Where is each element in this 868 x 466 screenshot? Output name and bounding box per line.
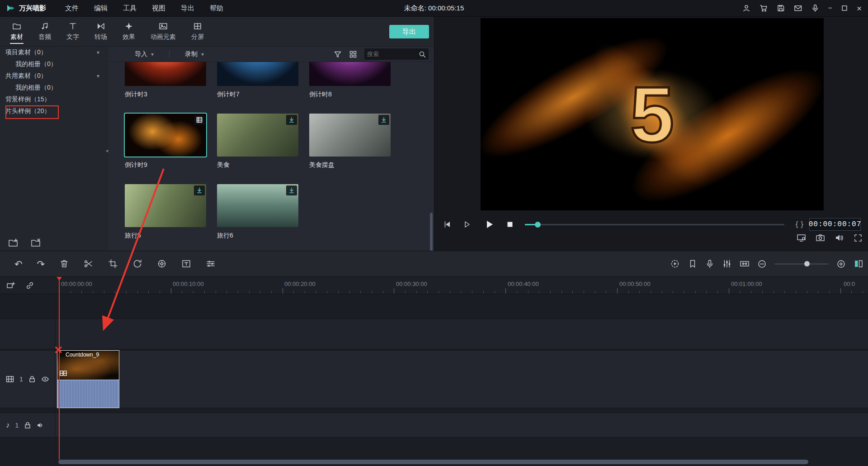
adjust-icon[interactable] bbox=[206, 259, 216, 269]
download-icon[interactable] bbox=[194, 185, 205, 195]
new-folder-icon[interactable] bbox=[8, 238, 19, 248]
add-track-icon[interactable] bbox=[6, 281, 15, 290]
clip-video-section[interactable]: Countdown_9 bbox=[57, 351, 119, 380]
track-manage-icon[interactable] bbox=[740, 259, 750, 268]
video-track[interactable] bbox=[0, 350, 868, 408]
lock-icon[interactable] bbox=[24, 422, 31, 429]
media-thumbnail[interactable] bbox=[309, 62, 391, 86]
sidebar-item-my-album-1[interactable]: 我的相册（0） bbox=[0, 58, 108, 70]
chevron-down-icon[interactable]: ▾ bbox=[97, 49, 99, 56]
maximize-button[interactable] bbox=[841, 5, 848, 11]
stop-button[interactable] bbox=[506, 220, 514, 228]
text-edit-icon[interactable] bbox=[181, 259, 191, 269]
tab-media[interactable]: 素材 bbox=[3, 17, 31, 46]
close-button[interactable]: × bbox=[857, 4, 862, 13]
tab-elements[interactable]: 动画元素 bbox=[143, 17, 184, 46]
render-preview-icon[interactable] bbox=[670, 259, 680, 269]
menu-export[interactable]: 导出 bbox=[181, 4, 194, 13]
speaker-icon[interactable] bbox=[37, 422, 44, 429]
save-icon[interactable] bbox=[777, 4, 785, 12]
playhead-handle[interactable] bbox=[57, 277, 62, 281]
media-item[interactable]: 倒计时8 bbox=[309, 62, 391, 104]
timeline-ruler[interactable]: 00:00:00:00 00:00:10:00 00:00:20:00 00:0… bbox=[55, 277, 868, 294]
play-button[interactable] bbox=[484, 219, 494, 229]
chevron-down-icon[interactable]: ▾ bbox=[97, 73, 99, 79]
color-correction-icon[interactable] bbox=[157, 259, 167, 269]
media-thumbnail[interactable] bbox=[217, 114, 298, 157]
zoom-slider-handle[interactable] bbox=[804, 261, 810, 266]
next-frame-button[interactable] bbox=[463, 220, 472, 229]
media-thumbnail[interactable] bbox=[125, 114, 206, 157]
previous-frame-button[interactable] bbox=[443, 220, 452, 229]
speed-icon[interactable] bbox=[132, 259, 142, 269]
media-item[interactable]: 倒计时7 bbox=[217, 62, 298, 104]
search-input[interactable] bbox=[367, 51, 419, 57]
redo-icon[interactable]: ↷ bbox=[37, 259, 45, 269]
menu-tools[interactable]: 工具 bbox=[123, 4, 137, 13]
mark-out-icon[interactable]: } bbox=[799, 220, 805, 229]
audio-track[interactable] bbox=[0, 413, 868, 437]
menu-view[interactable]: 视图 bbox=[152, 4, 165, 13]
snapshot-camera-icon[interactable] bbox=[816, 233, 825, 243]
media-thumbnail[interactable] bbox=[125, 184, 206, 227]
sidebar-item-background-samples[interactable]: 背景样例（15） bbox=[0, 94, 108, 105]
split-scissors-icon[interactable] bbox=[84, 259, 94, 269]
mark-in-icon[interactable]: { bbox=[794, 220, 800, 229]
download-icon[interactable] bbox=[286, 185, 297, 195]
sidebar-item-shared-media[interactable]: 共用素材（0） ▾ bbox=[0, 70, 108, 82]
media-thumbnail[interactable] bbox=[309, 114, 391, 157]
eye-icon[interactable] bbox=[41, 376, 49, 383]
media-item[interactable]: 旅行6 bbox=[217, 184, 298, 245]
lock-icon[interactable] bbox=[28, 376, 36, 383]
delete-folder-icon[interactable] bbox=[31, 238, 42, 248]
seek-handle[interactable] bbox=[535, 222, 541, 228]
filter-icon[interactable] bbox=[334, 50, 342, 58]
media-thumbnail[interactable] bbox=[217, 184, 298, 227]
tab-audio[interactable]: 音频 bbox=[31, 17, 59, 46]
media-item[interactable]: 旅行5 bbox=[125, 184, 206, 245]
menu-file[interactable]: 文件 bbox=[65, 4, 79, 13]
display-settings-icon[interactable] bbox=[797, 233, 806, 243]
tab-transition[interactable]: 转场 bbox=[87, 17, 115, 46]
media-thumbnail[interactable] bbox=[217, 62, 298, 86]
timeline-scrollbar[interactable] bbox=[58, 460, 808, 464]
zoom-slider[interactable] bbox=[774, 263, 829, 265]
tab-text[interactable]: 文字 bbox=[59, 17, 87, 46]
volume-icon[interactable] bbox=[835, 233, 844, 243]
zoom-out-icon[interactable] bbox=[758, 260, 766, 268]
collapse-sidebar-icon[interactable]: ◂ bbox=[105, 147, 108, 154]
media-item[interactable]: 美食摆盘 bbox=[309, 114, 391, 174]
track-height-icon[interactable] bbox=[854, 259, 863, 268]
download-icon[interactable] bbox=[378, 115, 389, 125]
media-thumbnail[interactable] bbox=[125, 62, 206, 86]
menu-help[interactable]: 帮助 bbox=[210, 4, 223, 13]
undo-icon[interactable]: ↶ bbox=[14, 259, 23, 269]
media-item-selected[interactable]: 倒计时9 bbox=[125, 114, 206, 174]
voiceover-mic-icon[interactable] bbox=[705, 259, 714, 268]
link-icon[interactable] bbox=[25, 281, 34, 290]
timeline-clip[interactable]: Countdown_9 bbox=[57, 350, 119, 408]
seek-bar[interactable] bbox=[525, 224, 784, 225]
empty-track[interactable] bbox=[0, 319, 868, 349]
audio-mixer-icon[interactable] bbox=[722, 259, 731, 268]
media-item[interactable]: 倒计时3 bbox=[125, 62, 206, 104]
media-item[interactable]: 美食 bbox=[217, 114, 298, 174]
mic-icon[interactable] bbox=[811, 4, 819, 12]
download-icon[interactable] bbox=[286, 115, 297, 125]
crop-icon[interactable] bbox=[108, 259, 118, 269]
delete-icon[interactable] bbox=[59, 259, 69, 269]
tab-effects[interactable]: 效果 bbox=[115, 17, 143, 46]
fullscreen-icon[interactable] bbox=[854, 233, 863, 243]
tab-splitscreen[interactable]: 分屏 bbox=[184, 17, 212, 46]
search-icon[interactable] bbox=[419, 51, 426, 58]
clip-audio-section[interactable] bbox=[57, 380, 119, 408]
playhead[interactable] bbox=[59, 277, 60, 460]
sidebar-item-project-media[interactable]: 项目素材（0） ▾ bbox=[0, 47, 108, 58]
zoom-in-icon[interactable] bbox=[837, 260, 845, 268]
grid-view-icon[interactable] bbox=[349, 50, 357, 58]
account-icon[interactable] bbox=[742, 4, 750, 12]
menu-edit[interactable]: 编辑 bbox=[94, 4, 108, 13]
minimize-button[interactable]: − bbox=[828, 5, 832, 12]
export-button[interactable]: 导出 bbox=[389, 25, 429, 38]
record-dropdown[interactable]: 录制 ▾ bbox=[185, 50, 204, 58]
